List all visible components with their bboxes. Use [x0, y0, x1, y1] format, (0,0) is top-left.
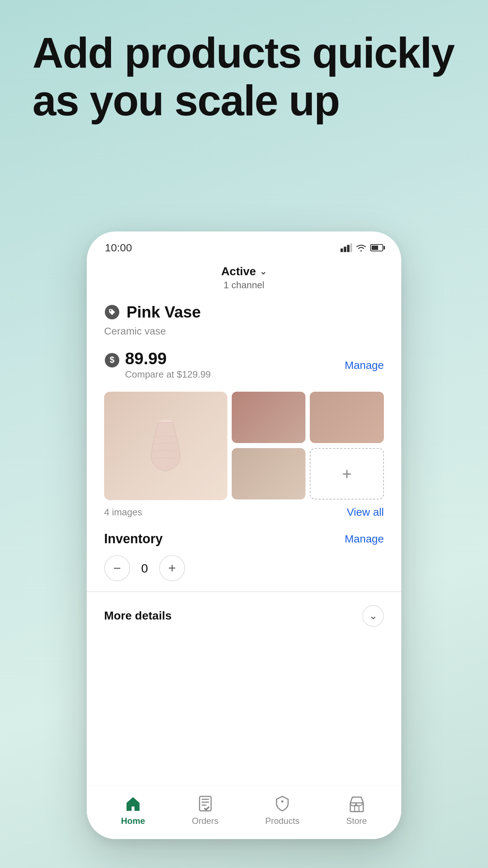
inventory-header: Inventory Manage — [104, 531, 384, 546]
svg-text:$: $ — [110, 355, 115, 365]
channel-count: 1 channel — [224, 280, 265, 291]
compare-price: Compare at $129.99 — [125, 369, 211, 380]
price-left: $ 89.99 Compare at $129.99 — [104, 350, 211, 380]
tag-icon — [104, 304, 120, 320]
nav-store-label: Store — [346, 816, 367, 826]
status-bar: 10:00 — [87, 231, 401, 258]
nav-item-home[interactable]: Home — [121, 794, 145, 826]
signal-icon — [341, 243, 352, 252]
svg-rect-0 — [341, 248, 343, 252]
dollar-icon: $ — [104, 352, 120, 368]
inventory-manage-link[interactable]: Manage — [345, 533, 384, 545]
svg-point-5 — [110, 310, 111, 311]
hero-title: Add products quickly as you scale up — [33, 29, 455, 124]
products-icon — [273, 794, 292, 813]
add-more-image-button[interactable]: + — [310, 448, 384, 499]
product-content: Pink Vase Ceramic vase $ 89.99 Compare a… — [87, 299, 401, 785]
main-product-image[interactable] — [104, 392, 227, 500]
view-all-link[interactable]: View all — [347, 506, 384, 518]
more-details-label: More details — [104, 609, 172, 622]
expand-chevron-icon: ⌄ — [369, 610, 377, 622]
phone-mockup: 10:00 Active ⌄ 1 ch — [87, 231, 401, 839]
svg-rect-2 — [347, 245, 350, 252]
inventory-title: Inventory — [104, 531, 163, 546]
vase-svg — [144, 412, 187, 480]
price-info: 89.99 Compare at $129.99 — [125, 350, 211, 380]
nav-item-orders[interactable]: Orders — [192, 794, 218, 826]
product-description: Ceramic vase — [104, 326, 384, 337]
orders-icon — [196, 794, 215, 813]
nav-item-store[interactable]: Store — [346, 794, 367, 826]
active-header: Active ⌄ 1 channel — [87, 258, 401, 299]
svg-rect-3 — [350, 243, 352, 252]
thumbnail-2[interactable] — [310, 392, 384, 443]
plus-icon: + — [342, 464, 352, 484]
thumbnail-1[interactable] — [232, 392, 306, 443]
status-time: 10:00 — [105, 242, 132, 254]
svg-point-10 — [281, 800, 283, 803]
svg-rect-11 — [350, 803, 363, 812]
active-title-row[interactable]: Active ⌄ — [221, 265, 267, 278]
status-icons — [341, 243, 383, 252]
images-footer: 4 images View all — [104, 506, 384, 518]
image-grid: + — [104, 392, 384, 500]
nav-products-label: Products — [265, 816, 300, 826]
svg-rect-12 — [355, 806, 359, 812]
price-amount: 89.99 — [125, 350, 211, 367]
product-name: Pink Vase — [127, 303, 201, 321]
price-row: $ 89.99 Compare at $129.99 Manage — [104, 350, 384, 380]
images-count: 4 images — [104, 507, 142, 518]
active-status-label: Active — [221, 265, 256, 278]
inventory-controls: − 0 + — [104, 555, 384, 581]
product-name-row: Pink Vase — [104, 303, 384, 321]
more-details-expand-button[interactable]: ⌄ — [362, 605, 384, 627]
nav-home-label: Home — [121, 816, 145, 826]
wifi-icon — [355, 243, 367, 252]
home-icon — [124, 794, 142, 813]
quantity-decrease-button[interactable]: − — [104, 555, 130, 581]
quantity-value: 0 — [130, 561, 159, 575]
quantity-increase-button[interactable]: + — [159, 555, 185, 581]
thumbnail-3[interactable] — [232, 448, 306, 499]
store-icon — [347, 794, 366, 813]
nav-orders-label: Orders — [192, 816, 218, 826]
hero-section: Add products quickly as you scale up — [33, 29, 455, 124]
inventory-section: Inventory Manage − 0 + — [104, 531, 384, 581]
battery-icon — [370, 244, 383, 251]
nav-item-products[interactable]: Products — [265, 794, 300, 826]
more-details-row[interactable]: More details ⌄ — [104, 592, 384, 640]
bottom-navigation: Home Orders Products — [87, 785, 401, 839]
price-manage-link[interactable]: Manage — [345, 359, 384, 371]
svg-rect-1 — [344, 247, 346, 252]
chevron-down-icon: ⌄ — [260, 267, 267, 277]
